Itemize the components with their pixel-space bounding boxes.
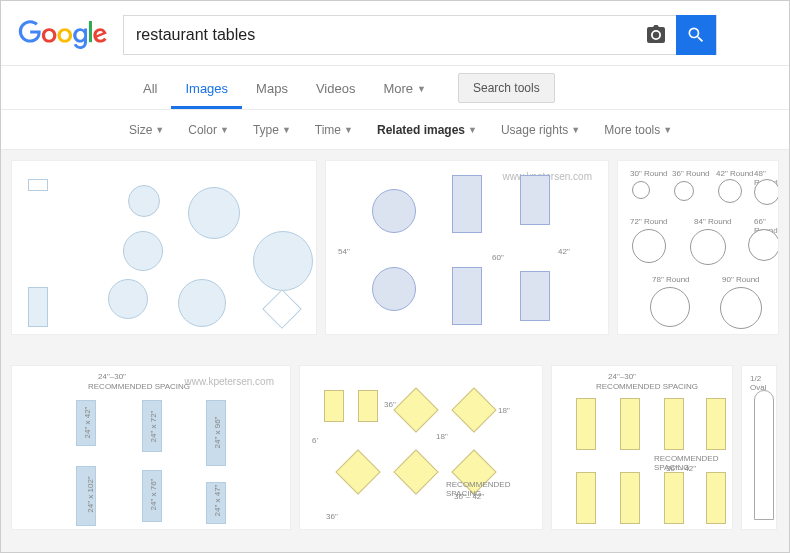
result-thumb[interactable] — [11, 160, 317, 335]
search-icon — [686, 25, 706, 45]
filter-time[interactable]: Time▼ — [315, 123, 353, 137]
filter-color[interactable]: Color▼ — [188, 123, 229, 137]
tab-more[interactable]: More▼ — [369, 69, 440, 109]
tab-videos[interactable]: Videos — [302, 69, 370, 109]
search-tools-button[interactable]: Search tools — [458, 73, 555, 103]
caret-down-icon: ▼ — [417, 84, 426, 94]
filter-related[interactable]: Related images▼ — [377, 123, 477, 137]
result-thumb[interactable]: 36" 6' 18" 18" 36" RECOMMENDED SPACING 3… — [299, 365, 543, 530]
filter-usage[interactable]: Usage rights▼ — [501, 123, 580, 137]
tab-all[interactable]: All — [129, 69, 171, 109]
filter-size[interactable]: Size▼ — [129, 123, 164, 137]
filter-moretools[interactable]: More tools▼ — [604, 123, 672, 137]
search-box — [123, 15, 717, 55]
result-thumb[interactable]: www.kpetersen.com 54" 60" 42" — [325, 160, 609, 335]
nav-tabs: All Images Maps Videos More▼ Search tool… — [1, 66, 789, 110]
filter-type[interactable]: Type▼ — [253, 123, 291, 137]
caret-down-icon: ▼ — [344, 125, 353, 135]
image-results: www.kpetersen.com 54" 60" 42" 30" Round … — [1, 150, 789, 552]
result-thumb[interactable]: 1/2 Oval — [741, 365, 777, 530]
caret-down-icon: ▼ — [220, 125, 229, 135]
caret-down-icon: ▼ — [663, 125, 672, 135]
result-thumb[interactable]: 24"–30" RECOMMENDED SPACING RECOMMENDED … — [551, 365, 733, 530]
result-thumb[interactable]: www.kpetersen.com 24"–30" RECOMMENDED SP… — [11, 365, 291, 530]
caret-down-icon: ▼ — [571, 125, 580, 135]
filter-bar: Size▼ Color▼ Type▼ Time▼ Related images▼… — [1, 110, 789, 150]
header — [1, 1, 789, 66]
result-thumb[interactable]: 30" Round 36" Round 42" Round 48" Round … — [617, 160, 779, 335]
google-logo[interactable] — [17, 20, 109, 50]
tab-images[interactable]: Images — [171, 69, 242, 109]
tab-maps[interactable]: Maps — [242, 69, 302, 109]
caret-down-icon: ▼ — [155, 125, 164, 135]
camera-icon[interactable] — [644, 23, 668, 47]
search-input[interactable] — [124, 26, 644, 44]
caret-down-icon: ▼ — [468, 125, 477, 135]
search-button[interactable] — [676, 15, 716, 55]
caret-down-icon: ▼ — [282, 125, 291, 135]
watermark: www.kpetersen.com — [185, 376, 274, 387]
